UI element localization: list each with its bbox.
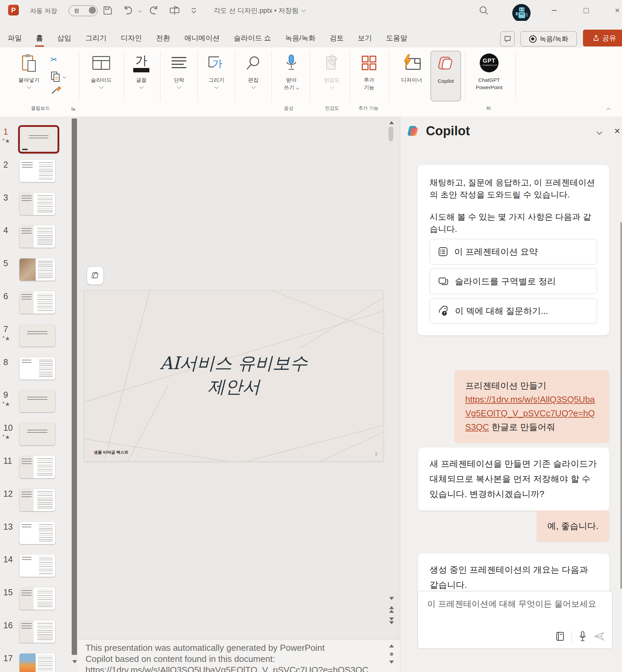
undo-dropdown-icon[interactable] <box>138 9 142 12</box>
user-avatar[interactable] <box>512 4 530 22</box>
slide-thumbnail-10[interactable]: 10✦★ <box>0 423 71 450</box>
search-icon[interactable] <box>479 5 489 15</box>
copilot-pane-collapse-icon[interactable] <box>597 129 604 135</box>
clipboard-dialog-launcher-icon[interactable] <box>71 106 76 110</box>
copilot-ribbon-button[interactable]: Copilot <box>430 51 461 101</box>
dictate-button[interactable]: 받아쓰기 <box>277 51 306 91</box>
undo-icon[interactable] <box>123 5 134 15</box>
comments-button[interactable] <box>500 31 515 46</box>
paste-button[interactable]: 붙여넣기 <box>13 51 44 88</box>
slide-thumbnail-image <box>20 259 55 281</box>
maximize-button[interactable] <box>579 5 593 16</box>
document-title[interactable]: 각도 선 디자인.pptx • 저장됨 <box>214 6 305 15</box>
slides-dropdown-icon[interactable] <box>99 85 104 89</box>
suggestion-summarize-button[interactable]: 이 프레젠테이션 요약 <box>429 239 597 265</box>
slide-thumbnail-9[interactable]: 9✦★ <box>0 390 71 417</box>
slide-thumbnail-17[interactable]: 17 <box>0 653 71 672</box>
slide-thumbnail-15[interactable]: 15 <box>0 587 71 614</box>
slide-thumbnail-2[interactable]: 2 <box>0 160 71 187</box>
slide-thumbnail-3[interactable]: 3 <box>0 193 71 220</box>
share-button[interactable]: 공유 <box>583 30 622 46</box>
collapse-ribbon-icon[interactable] <box>607 107 612 110</box>
slide-thumbnail-14[interactable]: 14 <box>0 555 71 581</box>
addins-button[interactable]: 추가기능 <box>354 51 384 91</box>
tab-슬라이드 쇼[interactable]: 슬라이드 쇼 <box>227 31 278 45</box>
edit-dropdown-icon[interactable] <box>251 85 256 89</box>
canvas-scroll-down-icon[interactable] <box>389 597 394 600</box>
copilot-pane-scrollbar[interactable] <box>620 222 622 589</box>
redo-icon[interactable] <box>148 5 160 15</box>
slide-thumbnail-16[interactable]: 16 <box>0 620 71 647</box>
copy-button[interactable] <box>50 71 61 84</box>
copilot-pane-close-icon[interactable]: × <box>614 125 620 137</box>
paragraph-dropdown-icon[interactable] <box>177 85 181 89</box>
notes-scroll-down-icon[interactable] <box>389 661 394 664</box>
slide-thumbnail-12[interactable]: 12 <box>0 489 71 516</box>
previous-slide-icon[interactable] <box>389 606 394 613</box>
close-button[interactable]: × <box>611 5 622 16</box>
thumbnail-scroll-down-icon[interactable] <box>72 660 77 663</box>
notes-text[interactable]: This presentation was automatically gene… <box>85 642 381 672</box>
autosave-toggle[interactable]: 켬 <box>69 5 98 16</box>
font-dropdown-icon[interactable] <box>139 85 144 89</box>
minimize-button[interactable] <box>547 5 561 16</box>
suggestion-ask-button[interactable]: ? 이 덱에 대해 질문하기... <box>429 298 597 324</box>
copilot-inline-button[interactable] <box>87 267 104 285</box>
canvas-scroll-up-icon[interactable] <box>389 121 394 124</box>
paragraph-button[interactable]: 단락 <box>166 51 192 88</box>
record-button[interactable]: 녹음/녹화 <box>520 31 577 46</box>
tab-row: 파일홈삽입그리기디자인전환애니메이션슬라이드 쇼녹음/녹화검토보기도움말 <box>1 31 414 45</box>
tab-그리기[interactable]: 그리기 <box>78 31 114 45</box>
font-button[interactable]: 가 글꼴 <box>129 51 154 88</box>
slide-thumbnail-5[interactable]: 5 <box>0 259 71 285</box>
suggestion-organize-button[interactable]: 슬라이드를 구역별로 정리 <box>429 269 597 294</box>
send-icon[interactable] <box>593 631 605 641</box>
powerpoint-app-icon[interactable]: P <box>8 5 19 15</box>
prompt-guide-icon[interactable] <box>555 631 565 641</box>
slide-footer-text[interactable]: 샘플 바닥글 텍스트 <box>94 449 129 455</box>
voice-input-icon[interactable] <box>579 631 587 642</box>
tab-보기[interactable]: 보기 <box>351 31 379 45</box>
draw-dropdown-icon[interactable] <box>214 85 219 89</box>
slide-thumbnail-6[interactable]: 6 <box>0 292 71 318</box>
slide-editor[interactable]: AI서비스 유비보수 제안서 샘플 바닥글 텍스트 1 <box>84 291 383 462</box>
copy-dropdown-icon[interactable] <box>63 75 66 79</box>
paste-dropdown-icon[interactable] <box>27 85 31 89</box>
format-painter-button[interactable] <box>50 85 62 97</box>
tab-녹음/녹화[interactable]: 녹음/녹화 <box>278 31 322 45</box>
canvas-scrollbar-thumb[interactable] <box>388 127 393 141</box>
edit-button[interactable]: 편집 <box>240 51 267 88</box>
tab-검토[interactable]: 검토 <box>322 31 351 45</box>
tab-애니메이션[interactable]: 애니메이션 <box>177 31 227 45</box>
slide-number-label: 17 <box>3 653 13 663</box>
thumbnail-scrollbar[interactable] <box>72 119 77 655</box>
slide-thumbnail-13[interactable]: 13 <box>0 522 71 549</box>
slide-thumbnail-7[interactable]: 7✦★ <box>0 325 71 351</box>
tab-파일[interactable]: 파일 <box>1 31 29 45</box>
next-slide-icon[interactable] <box>389 617 394 624</box>
slide-thumbnail-4[interactable]: 4 <box>0 226 71 253</box>
tab-삽입[interactable]: 삽입 <box>50 31 78 45</box>
chatgpt-addin-button[interactable]: GPT— POWERPOINT — ChatGPTPowerPoint <box>470 51 509 91</box>
slide-thumbnail-8[interactable]: 8 <box>0 357 71 384</box>
tab-디자인[interactable]: 디자인 <box>114 31 149 45</box>
slide-thumbnail-11[interactable]: 11 <box>0 456 71 483</box>
tab-홈[interactable]: 홈 <box>29 31 50 45</box>
slides-button[interactable]: 슬라이드 <box>85 51 117 88</box>
tab-전환[interactable]: 전환 <box>149 31 177 45</box>
customize-toolbar-icon[interactable] <box>191 5 197 15</box>
chatgpt-label: ChatGPTPowerPoint <box>476 76 502 91</box>
tab-도움말[interactable]: 도움말 <box>379 31 414 45</box>
slide-thumbnail-1[interactable]: 1✦★ <box>0 127 71 154</box>
slide-title-text[interactable]: AI서비스 유비보수 제안서 <box>84 351 383 398</box>
designer-button[interactable]: 디자이너 <box>394 51 429 84</box>
start-slideshow-icon[interactable] <box>169 5 180 15</box>
cut-button[interactable]: ✂ <box>50 55 57 64</box>
copilot-chat-input[interactable] <box>426 599 603 609</box>
notes-scroll-up-icon[interactable] <box>389 644 394 647</box>
slide-thumbnail-image <box>20 522 55 544</box>
notes-scrollbar-thumb[interactable] <box>390 652 393 656</box>
draw-button[interactable]: 가 그리기 <box>202 51 231 88</box>
notes-pane[interactable]: This presentation was automatically gene… <box>78 639 400 672</box>
save-icon[interactable] <box>102 5 113 15</box>
